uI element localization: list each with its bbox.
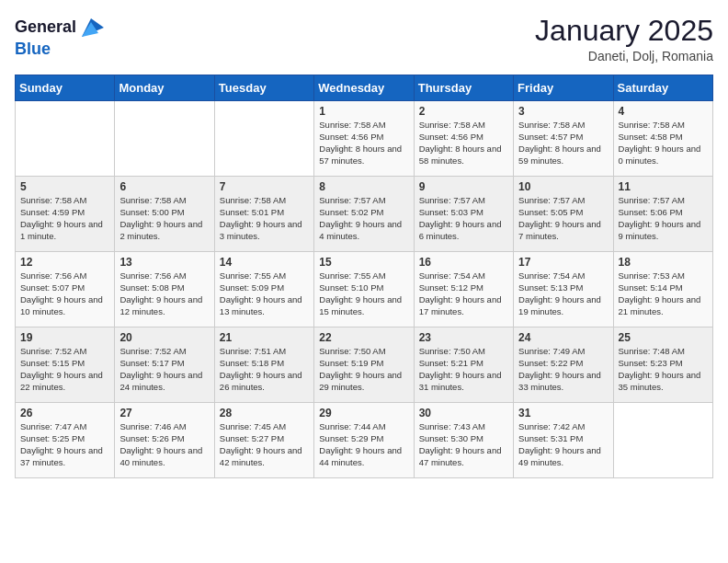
day-number: 11 <box>619 180 708 193</box>
calendar-cell: 6Sunrise: 7:58 AMSunset: 5:00 PMDaylight… <box>115 177 214 252</box>
cell-text: Sunrise: 7:57 AMSunset: 5:06 PMDaylight:… <box>619 195 708 242</box>
day-number: 10 <box>518 180 608 193</box>
cell-text: Sunrise: 7:55 AMSunset: 5:10 PMDaylight:… <box>319 270 408 317</box>
cell-text: Sunrise: 7:57 AMSunset: 5:02 PMDaylight:… <box>319 195 408 242</box>
calendar-cell: 21Sunrise: 7:51 AMSunset: 5:18 PMDayligh… <box>214 327 313 403</box>
cell-text: Sunrise: 7:48 AMSunset: 5:23 PMDaylight:… <box>619 346 708 393</box>
week-row-1: 1Sunrise: 7:58 AMSunset: 4:56 PMDaylight… <box>16 101 713 177</box>
cell-text: Sunrise: 7:46 AMSunset: 5:26 PMDaylight:… <box>119 421 209 468</box>
day-number: 9 <box>419 180 508 193</box>
day-number: 27 <box>119 407 209 419</box>
calendar-cell: 7Sunrise: 7:58 AMSunset: 5:01 PMDaylight… <box>214 177 313 252</box>
cell-text: Sunrise: 7:49 AMSunset: 5:22 PMDaylight:… <box>518 346 608 393</box>
weekday-header-thursday: Thursday <box>414 75 513 101</box>
calendar-cell: 29Sunrise: 7:44 AMSunset: 5:29 PMDayligh… <box>314 403 414 478</box>
cell-text: Sunrise: 7:53 AMSunset: 5:14 PMDaylight:… <box>619 270 708 317</box>
logo-blue: Blue <box>15 40 51 58</box>
cell-text: Sunrise: 7:45 AMSunset: 5:27 PMDaylight:… <box>220 421 309 468</box>
weekday-header-saturday: Saturday <box>613 75 712 101</box>
cell-text: Sunrise: 7:52 AMSunset: 5:17 PMDaylight:… <box>119 346 209 393</box>
calendar-table: SundayMondayTuesdayWednesdayThursdayFrid… <box>15 75 713 478</box>
cell-text: Sunrise: 7:50 AMSunset: 5:21 PMDaylight:… <box>419 346 508 393</box>
calendar-cell: 5Sunrise: 7:58 AMSunset: 4:59 PMDaylight… <box>16 177 115 252</box>
day-number: 29 <box>319 407 408 419</box>
calendar-cell: 1Sunrise: 7:58 AMSunset: 4:56 PMDaylight… <box>314 101 414 177</box>
calendar-cell: 20Sunrise: 7:52 AMSunset: 5:17 PMDayligh… <box>115 327 214 403</box>
weekday-header-tuesday: Tuesday <box>214 75 313 101</box>
day-number: 30 <box>419 407 508 419</box>
calendar-cell: 11Sunrise: 7:57 AMSunset: 5:06 PMDayligh… <box>613 177 712 252</box>
cell-text: Sunrise: 7:58 AMSunset: 5:00 PMDaylight:… <box>119 195 209 242</box>
calendar-cell: 4Sunrise: 7:58 AMSunset: 4:58 PMDaylight… <box>613 101 712 177</box>
calendar-cell: 12Sunrise: 7:56 AMSunset: 5:07 PMDayligh… <box>16 252 115 327</box>
day-number: 23 <box>419 331 508 344</box>
day-number: 24 <box>518 331 608 344</box>
day-number: 25 <box>619 331 708 344</box>
logo: General Blue <box>15 15 104 59</box>
logo-icon <box>78 15 104 40</box>
calendar-cell: 2Sunrise: 7:58 AMSunset: 4:56 PMDaylight… <box>414 101 513 177</box>
day-number: 22 <box>319 331 408 344</box>
day-number: 14 <box>220 256 309 269</box>
cell-text: Sunrise: 7:58 AMSunset: 4:56 PMDaylight:… <box>319 120 408 167</box>
day-number: 1 <box>319 105 408 118</box>
cell-text: Sunrise: 7:54 AMSunset: 5:13 PMDaylight:… <box>518 270 608 317</box>
cell-text: Sunrise: 7:57 AMSunset: 5:03 PMDaylight:… <box>419 195 508 242</box>
cell-text: Sunrise: 7:43 AMSunset: 5:30 PMDaylight:… <box>419 421 508 468</box>
week-row-4: 19Sunrise: 7:52 AMSunset: 5:15 PMDayligh… <box>16 327 713 403</box>
calendar-cell: 27Sunrise: 7:46 AMSunset: 5:26 PMDayligh… <box>115 403 214 478</box>
calendar-cell: 17Sunrise: 7:54 AMSunset: 5:13 PMDayligh… <box>514 252 613 327</box>
logo-general: General <box>15 18 76 37</box>
cell-text: Sunrise: 7:58 AMSunset: 4:59 PMDaylight:… <box>20 195 109 242</box>
day-number: 16 <box>419 256 508 269</box>
calendar-cell: 13Sunrise: 7:56 AMSunset: 5:08 PMDayligh… <box>115 252 214 327</box>
day-number: 19 <box>20 331 109 344</box>
week-row-5: 26Sunrise: 7:47 AMSunset: 5:25 PMDayligh… <box>16 403 713 478</box>
month-title: January 2025 <box>535 15 713 47</box>
cell-text: Sunrise: 7:52 AMSunset: 5:15 PMDaylight:… <box>20 346 109 393</box>
cell-text: Sunrise: 7:56 AMSunset: 5:08 PMDaylight:… <box>119 270 209 317</box>
week-row-3: 12Sunrise: 7:56 AMSunset: 5:07 PMDayligh… <box>16 252 713 327</box>
calendar-cell: 28Sunrise: 7:45 AMSunset: 5:27 PMDayligh… <box>214 403 313 478</box>
cell-text: Sunrise: 7:58 AMSunset: 5:01 PMDaylight:… <box>220 195 309 242</box>
calendar-cell: 26Sunrise: 7:47 AMSunset: 5:25 PMDayligh… <box>16 403 115 478</box>
day-number: 15 <box>319 256 408 269</box>
day-number: 6 <box>119 180 209 193</box>
calendar-cell: 24Sunrise: 7:49 AMSunset: 5:22 PMDayligh… <box>514 327 613 403</box>
calendar-cell: 22Sunrise: 7:50 AMSunset: 5:19 PMDayligh… <box>314 327 414 403</box>
calendar-cell: 3Sunrise: 7:58 AMSunset: 4:57 PMDaylight… <box>514 101 613 177</box>
week-row-2: 5Sunrise: 7:58 AMSunset: 4:59 PMDaylight… <box>16 177 713 252</box>
day-number: 28 <box>220 407 309 419</box>
cell-text: Sunrise: 7:54 AMSunset: 5:12 PMDaylight:… <box>419 270 508 317</box>
day-number: 18 <box>619 256 708 269</box>
weekday-header-sunday: Sunday <box>16 75 115 101</box>
calendar-cell: 18Sunrise: 7:53 AMSunset: 5:14 PMDayligh… <box>613 252 712 327</box>
day-number: 5 <box>20 180 109 193</box>
calendar-cell: 8Sunrise: 7:57 AMSunset: 5:02 PMDaylight… <box>314 177 414 252</box>
calendar-cell <box>115 101 214 177</box>
weekday-header-wednesday: Wednesday <box>314 75 414 101</box>
calendar-cell: 30Sunrise: 7:43 AMSunset: 5:30 PMDayligh… <box>414 403 513 478</box>
cell-text: Sunrise: 7:58 AMSunset: 4:56 PMDaylight:… <box>419 120 508 167</box>
title-area: January 2025 Daneti, Dolj, Romania <box>535 15 713 63</box>
weekday-header-monday: Monday <box>115 75 214 101</box>
weekday-header-row: SundayMondayTuesdayWednesdayThursdayFrid… <box>16 75 713 101</box>
cell-text: Sunrise: 7:57 AMSunset: 5:05 PMDaylight:… <box>518 195 608 242</box>
day-number: 26 <box>20 407 109 419</box>
page-header: General Blue January 2025 Daneti, Dolj, … <box>15 15 713 63</box>
location: Daneti, Dolj, Romania <box>535 49 713 63</box>
day-number: 31 <box>518 407 608 419</box>
weekday-header-friday: Friday <box>514 75 613 101</box>
cell-text: Sunrise: 7:42 AMSunset: 5:31 PMDaylight:… <box>518 421 608 468</box>
calendar-cell <box>16 101 115 177</box>
day-number: 12 <box>20 256 109 269</box>
day-number: 4 <box>619 105 708 118</box>
day-number: 3 <box>518 105 608 118</box>
calendar-cell: 16Sunrise: 7:54 AMSunset: 5:12 PMDayligh… <box>414 252 513 327</box>
calendar-cell: 15Sunrise: 7:55 AMSunset: 5:10 PMDayligh… <box>314 252 414 327</box>
calendar-cell: 9Sunrise: 7:57 AMSunset: 5:03 PMDaylight… <box>414 177 513 252</box>
calendar-cell <box>214 101 313 177</box>
cell-text: Sunrise: 7:58 AMSunset: 4:57 PMDaylight:… <box>518 120 608 167</box>
cell-text: Sunrise: 7:51 AMSunset: 5:18 PMDaylight:… <box>220 346 309 393</box>
day-number: 21 <box>220 331 309 344</box>
